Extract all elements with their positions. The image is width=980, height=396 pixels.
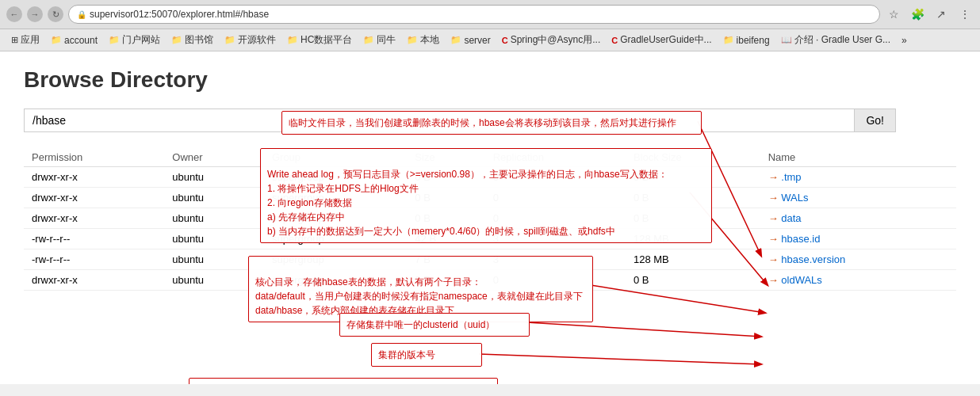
ann2-text: Write ahead log，预写日志目录（>=version0.98），主要… (267, 169, 668, 237)
bookmark-gradle-guide[interactable]: C GradleUserGuide中... (607, 32, 716, 48)
forward-button[interactable]: → (27, 6, 43, 22)
refresh-button[interactable]: ↻ (48, 6, 63, 22)
col-name: Name (760, 148, 956, 167)
cell-permission: drwxr-xr-x (24, 188, 164, 208)
cell-block-size: 0 B (626, 270, 760, 291)
cell-permission: drwxr-xr-x (24, 167, 164, 188)
annotation-hbaseversion: 集群的版本号 (371, 343, 482, 367)
annotation-hbaseid: 存储集群中唯一的clusterid（uuid） (339, 313, 530, 337)
cell-name[interactable]: → hbase.version (760, 249, 956, 270)
cell-permission: drwxr-xr-x (24, 270, 164, 291)
cell-name[interactable]: → data (760, 208, 956, 229)
bookmarks-bar: ⊞ 应用 account 门户网站 图书馆 开源软件 HC数据平台 同牛 (0, 29, 980, 51)
bookmark-more[interactable]: » (897, 33, 912, 48)
cell-name[interactable]: → .tmp (760, 167, 956, 188)
bookmark-local[interactable]: 本地 (402, 32, 444, 48)
bookmark-account[interactable]: account (46, 33, 102, 48)
bookmark-intro-gradle[interactable]: 介绍 · Gradle User G... (776, 32, 895, 48)
cell-name[interactable]: → oldWALs (760, 270, 956, 291)
col-permission: Permission (24, 148, 164, 167)
ann3-text: 核心目录，存储hbase表的数据，默认有两个子目录： data/default，… (255, 276, 583, 316)
cell-permission: drwxr-xr-x (24, 208, 164, 229)
lock-icon: 🔒 (77, 10, 86, 19)
cell-owner: ubuntu (164, 188, 264, 208)
cell-permission: -rw-r--r-- (24, 249, 164, 270)
cell-name[interactable]: → hbase.id (760, 229, 956, 249)
browser-window: ← → ↻ 🔒 supervisor01z:50070/explorer.htm… (0, 0, 980, 384)
url-text: supervisor01z:50070/explorer.html#/hbase (90, 9, 269, 20)
cell-name[interactable]: → WALs (760, 188, 956, 208)
annotation-tmp: 临时文件目录，当我们创建或删除表的时候，hbase会将表移动到该目录，然后对其进… (281, 111, 702, 135)
cell-owner: ubuntu (164, 208, 264, 229)
cell-owner: ubuntu (164, 229, 264, 249)
address-bar[interactable]: 🔒 supervisor01z:50070/explorer.html#/hba… (68, 5, 880, 24)
go-button[interactable]: Go! (854, 109, 895, 131)
bookmark-tongniu[interactable]: 同牛 (358, 32, 400, 48)
page-content: Browse Directory Go! Permission Owner Gr… (0, 51, 980, 384)
browser-toolbar: ← → ↻ 🔒 supervisor01z:50070/explorer.htm… (0, 0, 980, 29)
cell-owner: ubuntu (164, 167, 264, 188)
extension-icon[interactable]: 🧩 (909, 6, 926, 23)
annotation-wals: Write ahead log，预写日志目录（>=version0.98），主要… (260, 148, 712, 243)
svg-line-4 (479, 354, 761, 364)
page-title: Browse Directory (24, 67, 956, 93)
bookmark-library[interactable]: 图书馆 (167, 32, 218, 48)
bookmark-server[interactable]: server (446, 33, 495, 48)
bookmark-hc[interactable]: HC数据平台 (282, 32, 357, 48)
svg-line-3 (526, 322, 761, 337)
col-owner: Owner (164, 148, 264, 167)
bookmark-portal[interactable]: 门户网站 (104, 32, 165, 48)
bookmark-ibeifeng[interactable]: ibeifeng (718, 33, 775, 48)
cell-permission: -rw-r--r-- (24, 229, 164, 249)
annotation-oldwals: 对应0.94.x版本中.oldlogs目录，当WALs目录中logs没有用之 后… (189, 378, 498, 384)
arrow-icon[interactable]: ↗ (932, 6, 950, 23)
menu-icon[interactable]: ⋮ (956, 6, 974, 23)
browser-icons: ☆ 🧩 ↗ ⋮ (885, 6, 974, 23)
cell-block-size: 128 MB (626, 249, 760, 270)
star-icon[interactable]: ☆ (885, 6, 902, 23)
bookmark-spring[interactable]: C Spring中@Async用... (497, 32, 606, 48)
back-button[interactable]: ← (6, 6, 22, 22)
bookmark-opensource[interactable]: 开源软件 (220, 32, 281, 48)
bookmark-apps[interactable]: ⊞ 应用 (6, 32, 44, 48)
